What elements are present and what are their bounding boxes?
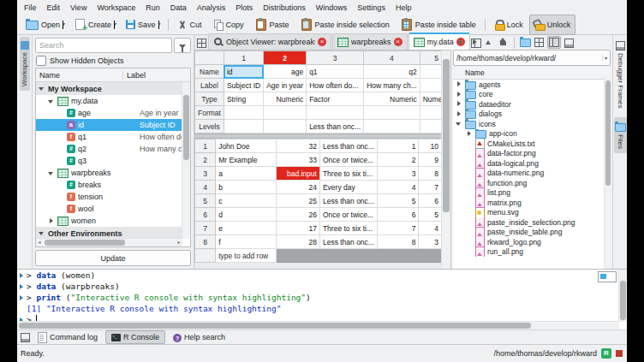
row-header-3[interactable]: 3 bbox=[195, 167, 216, 181]
data-cell[interactable]: 24 bbox=[277, 181, 320, 194]
meta-cell[interactable]: id bbox=[224, 65, 263, 79]
workspace-tree-vscrollbar[interactable] bbox=[182, 82, 190, 239]
data-cell[interactable]: 6 bbox=[377, 208, 419, 222]
file-tree-vscrollbar[interactable] bbox=[604, 77, 611, 267]
menu-file[interactable]: File bbox=[19, 3, 42, 13]
file-item-icons[interactable]: icons bbox=[453, 119, 604, 129]
row-header-new[interactable] bbox=[195, 249, 216, 263]
data-cell[interactable]: 5 bbox=[419, 208, 442, 222]
add-row-cell[interactable]: type to add row bbox=[216, 249, 277, 263]
create-button[interactable]: Create▾ bbox=[69, 15, 120, 35]
menu-analysis[interactable]: Analysis bbox=[192, 3, 231, 13]
file-item-dialogs[interactable]: dialogs bbox=[453, 110, 604, 120]
tree-item-q1[interactable]: q1How often do... bbox=[36, 131, 182, 143]
data-editor-vscrollbar[interactable] bbox=[441, 50, 450, 269]
workspace-tree-hscrollbar[interactable]: ◂ ▸ bbox=[36, 238, 182, 246]
data-cell[interactable]: Less than onc... bbox=[319, 194, 377, 208]
meta-cell[interactable] bbox=[264, 120, 307, 134]
tree-item-q3[interactable]: q3 bbox=[36, 155, 182, 167]
meta-cell[interactable]: Less than onc... bbox=[307, 120, 364, 134]
meta-cell[interactable]: How many ch... bbox=[364, 79, 420, 92]
expander-icon[interactable] bbox=[47, 217, 55, 225]
tab-close-icon[interactable]: × bbox=[318, 38, 326, 46]
data-cell[interactable]: 8 bbox=[419, 167, 442, 181]
file-item-matrix-png[interactable]: matrix.png bbox=[453, 198, 604, 208]
menu-plots[interactable]: Plots bbox=[230, 3, 258, 13]
data-cell[interactable]: 7 bbox=[377, 222, 419, 235]
data-cell[interactable]: 25 bbox=[277, 194, 320, 208]
data-cell[interactable]: 5 bbox=[377, 194, 419, 208]
menu-edit[interactable]: Edit bbox=[42, 3, 66, 13]
data-cell[interactable]: Less than onc... bbox=[319, 139, 377, 153]
data-cell[interactable]: 32 bbox=[277, 139, 320, 153]
menu-distributions[interactable]: Distributions bbox=[258, 3, 311, 13]
data-cell[interactable]: 9 bbox=[419, 153, 442, 167]
column-header-1[interactable]: 1 bbox=[224, 51, 263, 65]
paste-inside-table-button[interactable]: Paste inside table bbox=[396, 15, 481, 35]
column-header-label[interactable]: Label bbox=[123, 71, 190, 80]
path-combobox[interactable]: /home/thomas/develop/rkward/ ▾ bbox=[453, 50, 611, 66]
meta-cell[interactable] bbox=[224, 106, 263, 120]
data-cell[interactable]: 10 bbox=[419, 139, 442, 153]
filter-button[interactable] bbox=[174, 38, 191, 53]
data-cell[interactable]: Once or twice... bbox=[319, 153, 377, 167]
window-list-icon[interactable] bbox=[197, 39, 206, 48]
column-header-4[interactable]: 4 bbox=[364, 51, 420, 65]
debugger-frames-dock-tab[interactable]: Debugger Frames bbox=[615, 37, 626, 112]
file-item-list-png[interactable]: list.png bbox=[453, 188, 604, 199]
data-cell[interactable]: c bbox=[216, 194, 277, 208]
meta-cell[interactable] bbox=[307, 106, 364, 120]
cut-button[interactable]: Cut bbox=[172, 15, 207, 35]
expander-icon[interactable] bbox=[38, 85, 45, 92]
data-cell[interactable]: 8 bbox=[377, 235, 419, 249]
tree-item-q2[interactable]: q2How many c... bbox=[36, 143, 182, 155]
column-header-3[interactable]: 3 bbox=[307, 51, 364, 65]
nav-up-icon[interactable] bbox=[482, 36, 496, 49]
meta-cell[interactable]: age bbox=[264, 65, 307, 79]
row-header-4[interactable]: 4 bbox=[195, 181, 216, 194]
data-cell[interactable]: 7 bbox=[419, 181, 442, 194]
scroll-left-icon[interactable]: ◂ bbox=[36, 240, 43, 246]
meta-cell[interactable]: Numeric bbox=[364, 92, 420, 106]
data-cell[interactable]: Less than onc... bbox=[319, 235, 377, 249]
meta-cell[interactable]: Age in year bbox=[264, 79, 307, 92]
meta-row-header-name[interactable]: Name bbox=[195, 65, 224, 79]
meta-row-header-label[interactable]: Label bbox=[195, 79, 224, 92]
show-hidden-checkbox[interactable] bbox=[36, 56, 46, 66]
expander-icon[interactable] bbox=[38, 229, 45, 237]
data-cell[interactable]: 17 bbox=[277, 222, 320, 235]
tree-item-id[interactable]: idSubject ID bbox=[36, 119, 182, 131]
unlock-button[interactable]: Unlock bbox=[529, 15, 576, 35]
file-item-cmakelists-txt[interactable]: CMakeLists.txt bbox=[453, 139, 604, 149]
expander-icon[interactable] bbox=[47, 98, 55, 105]
tree-item-tension[interactable]: tension bbox=[36, 191, 182, 203]
nav-home-icon[interactable] bbox=[497, 36, 510, 49]
data-cell[interactable]: bad.input bbox=[277, 167, 320, 181]
update-button[interactable]: Update bbox=[35, 250, 191, 266]
file-item-data-numeric-png[interactable]: data-numeric.png bbox=[453, 169, 604, 179]
meta-cell[interactable] bbox=[264, 106, 307, 120]
file-item-dataeditor[interactable]: dataeditor bbox=[453, 99, 604, 110]
data-cell[interactable]: Every day bbox=[319, 181, 377, 194]
row-header-1[interactable]: 1 bbox=[195, 139, 216, 153]
tree-view-icon[interactable] bbox=[547, 36, 561, 49]
row-header-7[interactable]: 7 bbox=[195, 222, 216, 235]
toolview-dock-icon[interactable] bbox=[21, 333, 30, 342]
row-header-2[interactable]: 2 bbox=[195, 153, 216, 167]
meta-cell[interactable]: String bbox=[224, 92, 263, 106]
row-header-6[interactable]: 6 bbox=[195, 208, 216, 222]
data-cell[interactable]: Once or twice... bbox=[319, 208, 377, 222]
menu-run[interactable]: Run bbox=[140, 3, 165, 13]
data-cell[interactable]: John Doe bbox=[216, 139, 277, 153]
file-item-core[interactable]: core bbox=[453, 90, 604, 100]
paste-inside-selection-button[interactable]: Paste inside selection bbox=[295, 15, 395, 35]
meta-cell[interactable] bbox=[224, 120, 263, 134]
console-pane-handle[interactable] bbox=[598, 271, 617, 282]
data-cell[interactable]: Mr Example bbox=[216, 153, 277, 167]
workspace-search-input[interactable] bbox=[35, 38, 172, 53]
menu-settings[interactable]: Settings bbox=[352, 3, 391, 13]
data-cell[interactable]: Three to six ti... bbox=[319, 222, 377, 235]
file-item-data-factor-png[interactable]: data-factor.png bbox=[453, 149, 604, 159]
lock-button[interactable]: Lock bbox=[489, 15, 528, 35]
data-cell[interactable]: 28 bbox=[277, 235, 320, 249]
